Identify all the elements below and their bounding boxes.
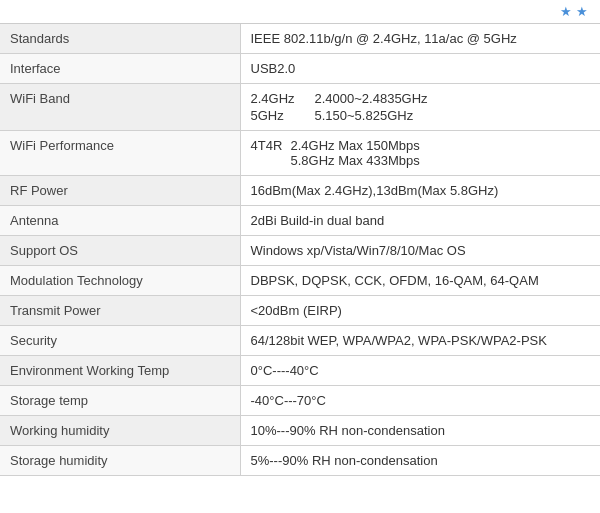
table-row: Modulation TechnologyDBPSK, DQPSK, CCK, … (0, 266, 600, 296)
wifi-speed-2: 5.8GHz Max 433Mbps (291, 153, 420, 168)
spec-label: Interface (0, 54, 240, 84)
spec-label: RF Power (0, 176, 240, 206)
spec-value: 2.4GHz 2.4000~2.4835GHz 5GHz 5.150~5.825… (240, 84, 600, 131)
spec-label: WiFi Band (0, 84, 240, 131)
spec-label: Environment Working Temp (0, 356, 240, 386)
spec-value: DBPSK, DQPSK, CCK, OFDM, 16-QAM, 64-QAM (240, 266, 600, 296)
band1-label: 2.4GHz (251, 91, 311, 106)
spec-value: IEEE 802.11b/g/n @ 2.4GHz, 11a/ac @ 5GHz (240, 24, 600, 54)
spec-value: 4T4R 2.4GHz Max 150Mbps 5.8GHz Max 433Mb… (240, 131, 600, 176)
wifi-speed-1: 2.4GHz Max 150Mbps (291, 138, 420, 153)
spec-table: StandardsIEEE 802.11b/g/n @ 2.4GHz, 11a/… (0, 24, 600, 476)
band2-label: 5GHz (251, 108, 311, 123)
spec-value: -40°C---70°C (240, 386, 600, 416)
product-spec-header: ★ ★ (0, 0, 600, 24)
spec-label: Storage temp (0, 386, 240, 416)
table-row: Environment Working Temp0°C----40°C (0, 356, 600, 386)
spec-value: 5%---90% RH non-condensation (240, 446, 600, 476)
table-row: Working humidity10%---90% RH non-condens… (0, 416, 600, 446)
table-row: StandardsIEEE 802.11b/g/n @ 2.4GHz, 11a/… (0, 24, 600, 54)
spec-value: USB2.0 (240, 54, 600, 84)
spec-value: Windows xp/Vista/Win7/8/10/Mac OS (240, 236, 600, 266)
table-row: Transmit Power<20dBm (EIRP) (0, 296, 600, 326)
table-row: Security64/128bit WEP, WPA/WPA2, WPA-PSK… (0, 326, 600, 356)
wifi-perf-tag: 4T4R (251, 138, 283, 153)
table-row: Storage temp-40°C---70°C (0, 386, 600, 416)
star-icon-1: ★ (560, 4, 572, 19)
spec-label: Standards (0, 24, 240, 54)
table-row: WiFi Performance 4T4R 2.4GHz Max 150Mbps… (0, 131, 600, 176)
spec-value: 10%---90% RH non-condensation (240, 416, 600, 446)
spec-value: 2dBi Build-in dual band (240, 206, 600, 236)
table-row: InterfaceUSB2.0 (0, 54, 600, 84)
spec-label: Storage humidity (0, 446, 240, 476)
spec-label: Security (0, 326, 240, 356)
spec-label: Modulation Technology (0, 266, 240, 296)
spec-value: 64/128bit WEP, WPA/WPA2, WPA-PSK/WPA2-PS… (240, 326, 600, 356)
spec-value: <20dBm (EIRP) (240, 296, 600, 326)
spec-label: Working humidity (0, 416, 240, 446)
band1-value: 2.4000~2.4835GHz (315, 91, 591, 106)
table-row: Storage humidity5%---90% RH non-condensa… (0, 446, 600, 476)
spec-label: Antenna (0, 206, 240, 236)
table-row: Support OSWindows xp/Vista/Win7/8/10/Mac… (0, 236, 600, 266)
spec-label: Transmit Power (0, 296, 240, 326)
table-row: Antenna2dBi Build-in dual band (0, 206, 600, 236)
table-row: RF Power16dBm(Max 2.4GHz),13dBm(Max 5.8G… (0, 176, 600, 206)
spec-label: Support OS (0, 236, 240, 266)
table-row: WiFi Band 2.4GHz 2.4000~2.4835GHz 5GHz 5… (0, 84, 600, 131)
header-note: ★ ★ (560, 4, 592, 19)
star-icon-2: ★ (576, 4, 588, 19)
spec-value: 0°C----40°C (240, 356, 600, 386)
band2-value: 5.150~5.825GHz (315, 108, 591, 123)
spec-value: 16dBm(Max 2.4GHz),13dBm(Max 5.8GHz) (240, 176, 600, 206)
spec-label: WiFi Performance (0, 131, 240, 176)
